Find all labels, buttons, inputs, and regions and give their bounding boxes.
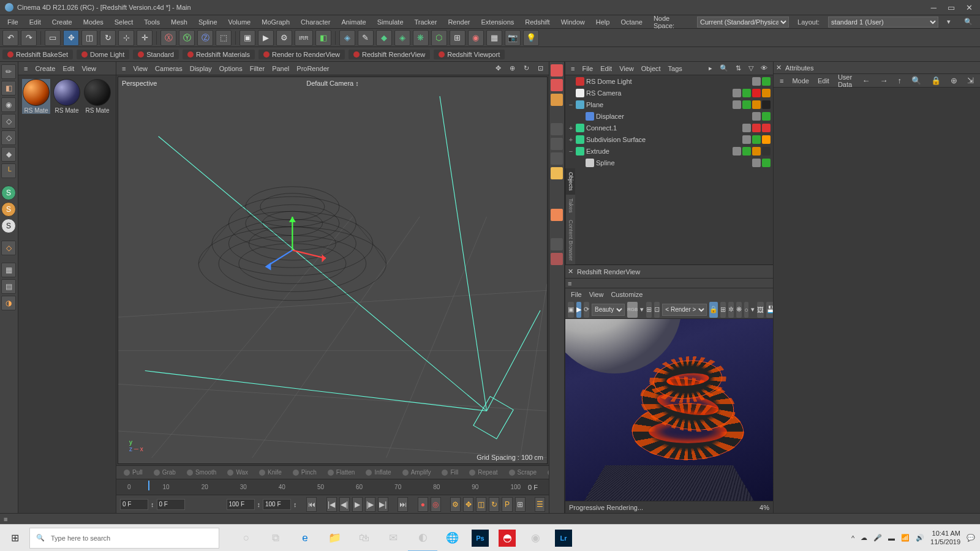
attr-lock-icon[interactable]: 🔒 xyxy=(927,75,944,86)
tray-onedrive-icon[interactable]: ☁ xyxy=(861,534,867,542)
frame-end-input[interactable] xyxy=(227,499,255,510)
sculpt-scrape[interactable]: Scrape xyxy=(504,468,542,477)
layout-select[interactable]: standard 1 (User) xyxy=(828,17,938,28)
place-tool[interactable]: ✛ xyxy=(137,30,153,46)
attr-menu-mode[interactable]: Mode xyxy=(788,76,813,86)
frame-prev-input[interactable] xyxy=(157,499,185,510)
om-menu-file[interactable]: File xyxy=(579,64,596,73)
cortana-icon[interactable]: ○ xyxy=(232,525,261,552)
rv-ipr-button[interactable]: ▣ xyxy=(568,302,574,318)
om-expand-icon[interactable]: ▸ xyxy=(706,63,715,73)
redo-button[interactable]: ↷ xyxy=(21,30,37,46)
workplane-icon[interactable]: ◇ xyxy=(1,241,16,255)
sculpt-grab[interactable]: Grab xyxy=(149,468,181,477)
attr-fwd-icon[interactable]: → xyxy=(876,75,892,86)
goto-end-button[interactable]: ⏭ xyxy=(398,497,408,512)
material-item[interactable]: RS Mate xyxy=(53,79,81,114)
om-menu-object[interactable]: Object xyxy=(638,64,664,73)
om-eye-icon[interactable]: 👁 xyxy=(758,63,771,73)
tab-viewport[interactable]: Redshift Viewport xyxy=(434,50,505,59)
rv-crop-icon[interactable]: ⊡ xyxy=(654,302,660,318)
chrome-icon[interactable]: 🌐 xyxy=(437,525,467,552)
taskview-icon[interactable]: ⧉ xyxy=(261,525,290,552)
sculpt-pinch[interactable]: Pinch xyxy=(288,468,322,477)
recent-tool[interactable]: ⊹ xyxy=(118,30,134,46)
frame-start-input[interactable] xyxy=(120,499,148,510)
tab-renderview[interactable]: Redshift RenderView xyxy=(349,50,430,59)
ri-8[interactable] xyxy=(551,209,563,221)
rv-refresh-button[interactable]: ⟳ xyxy=(584,302,589,318)
menu-octane[interactable]: Octane xyxy=(616,17,647,28)
tray-notifications-icon[interactable]: 💬 xyxy=(967,534,975,542)
timeline-window-button[interactable]: ☰ xyxy=(535,497,545,512)
menu-modes[interactable]: Modes xyxy=(78,17,108,28)
start-button[interactable]: ⊞ xyxy=(0,525,29,552)
rv-menu-customize[interactable]: Customize xyxy=(608,290,646,299)
rv-aov-select[interactable]: Beauty xyxy=(592,304,625,316)
primitive-cube[interactable]: ◈ xyxy=(339,30,355,46)
snap-s2-icon[interactable]: S xyxy=(1,202,16,217)
material-item[interactable]: RS Mate xyxy=(22,79,50,114)
rv-canvas[interactable]: Frame 0: 2019-11-05 10:41:34 (14.04s) xyxy=(565,319,773,501)
object-row[interactable]: Spline xyxy=(565,157,773,168)
vp-nav2-icon[interactable]: ⊕ xyxy=(507,63,518,73)
explorer-icon[interactable]: 📁 xyxy=(320,525,349,552)
om-menu-edit[interactable]: Edit xyxy=(597,64,615,73)
vtab-objects[interactable]: Objects xyxy=(566,168,575,195)
c4d-taskbar-icon[interactable]: ◐ xyxy=(408,525,437,552)
menu-file[interactable]: File xyxy=(2,17,23,28)
vp-nav1-icon[interactable]: ✥ xyxy=(492,63,504,73)
z-axis-toggle[interactable]: Ⓩ xyxy=(197,30,213,46)
menu-character[interactable]: Character xyxy=(296,17,335,28)
timeline[interactable]: 0102030405060708090100 0 F xyxy=(116,479,549,495)
vp-menu-cameras[interactable]: Cameras xyxy=(152,64,186,73)
record-button[interactable]: ● xyxy=(418,497,428,512)
ri-2[interactable] xyxy=(551,79,563,91)
menu-mesh[interactable]: Mesh xyxy=(166,17,192,28)
menu-simulate[interactable]: Simulate xyxy=(372,17,409,28)
cc-icon[interactable]: ◓ xyxy=(499,530,516,547)
vp-menu-prorender[interactable]: ProRender xyxy=(293,64,332,73)
object-row[interactable]: RS Camera xyxy=(565,87,773,99)
y-axis-toggle[interactable]: Ⓨ xyxy=(179,30,195,46)
generator-tool[interactable]: ◆ xyxy=(376,30,392,46)
rv-snap2-icon[interactable]: ✲ xyxy=(728,302,734,318)
vp-menu-panel[interactable]: Panel xyxy=(269,64,292,73)
vp-menu-filter[interactable]: Filter xyxy=(247,64,268,73)
tray-expand-icon[interactable]: ^ xyxy=(851,534,854,542)
select-tool[interactable]: ▭ xyxy=(45,30,61,46)
object-row[interactable]: RS Dome Light xyxy=(565,75,773,87)
key-opt4[interactable]: ↻ xyxy=(489,497,499,512)
vtab-takes[interactable]: Takes xyxy=(566,195,575,217)
viewsolo-icon[interactable]: ▦ xyxy=(1,263,16,277)
camera-tool[interactable]: 📷 xyxy=(505,30,521,46)
tray-wifi-icon[interactable]: 📶 xyxy=(901,534,910,542)
object-row[interactable]: −Extrude xyxy=(565,145,773,157)
frame-cur-input[interactable] xyxy=(263,499,291,510)
tab-standard[interactable]: Standard xyxy=(133,50,179,59)
taskbar-search[interactable]: 🔍 Type here to search xyxy=(29,528,219,549)
model-mode-icon[interactable]: ◧ xyxy=(1,81,16,96)
vp-menu-options[interactable]: Options xyxy=(216,64,246,73)
goto-start-button[interactable]: ⏮ xyxy=(306,497,317,512)
play-button[interactable]: ▶ xyxy=(352,497,363,512)
sculpt-pull[interactable]: Pull xyxy=(119,468,148,477)
menu-animate[interactable]: Animate xyxy=(336,17,371,28)
snap-s3-icon[interactable]: S xyxy=(1,219,16,233)
lightroom-icon[interactable]: Lr xyxy=(555,530,572,547)
rv-menu-file[interactable]: File xyxy=(568,290,585,299)
rv-grid-icon[interactable]: ⊞ xyxy=(646,302,652,318)
vp-menu-display[interactable]: Display xyxy=(187,64,215,73)
attr-menu-userdata[interactable]: User Data xyxy=(834,72,858,89)
key-opt6[interactable]: ⊞ xyxy=(515,497,526,512)
minimize-icon[interactable]: ─ xyxy=(931,3,937,12)
mat-menu-create[interactable]: Create xyxy=(32,64,58,73)
scene-tool[interactable]: ▦ xyxy=(486,30,502,46)
menu-tools[interactable]: Tools xyxy=(139,17,165,28)
om-search-icon[interactable]: 🔍 xyxy=(717,63,731,73)
tray-clock[interactable]: 10:41 AM 11/5/2019 xyxy=(930,530,960,545)
rv-snap3-icon[interactable]: ❋ xyxy=(736,302,742,318)
layout-expand-icon[interactable]: ▾ xyxy=(942,16,956,28)
menu-extensions[interactable]: Extensions xyxy=(476,17,519,28)
vp-nav4-icon[interactable]: ⊡ xyxy=(535,63,546,73)
